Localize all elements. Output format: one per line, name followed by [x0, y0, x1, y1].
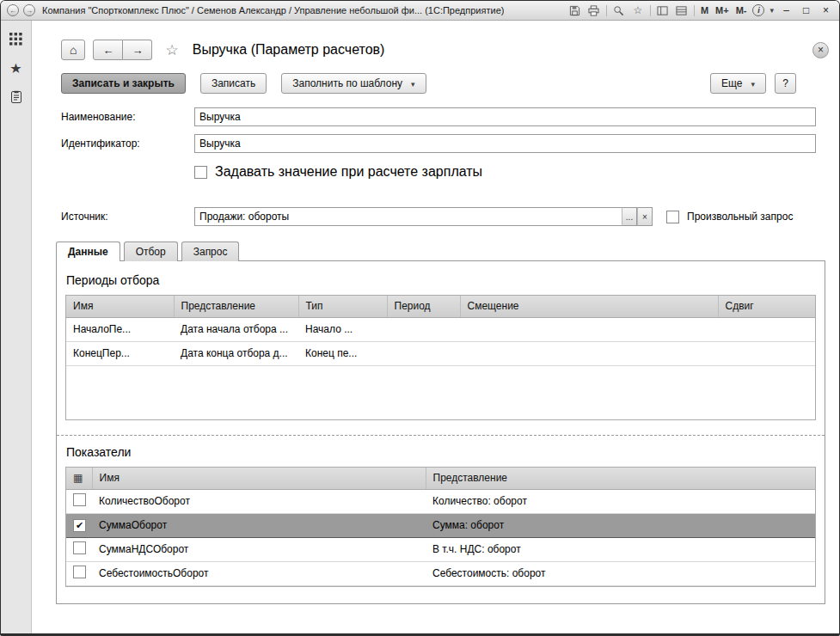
periods-cell[interactable]: [460, 317, 718, 341]
tab-query[interactable]: Запрос: [181, 242, 240, 261]
indicator-checkbox[interactable]: ✔: [73, 493, 86, 506]
salary-value-checkbox-label: Задавать значение при расчете зарплаты: [215, 164, 482, 180]
fill-by-template-button[interactable]: Заполнить по шаблону▾: [281, 73, 426, 94]
tab-data[interactable]: Данные: [56, 242, 120, 261]
periods-cell[interactable]: Дата начала отбора ...: [174, 317, 298, 341]
check-icon: ✔: [76, 521, 83, 530]
indicator-row[interactable]: ✔ СебестоимостьОборот Себестоимость: обо…: [66, 561, 815, 585]
source-input[interactable]: [194, 207, 622, 226]
table-row[interactable]: НачалоПе... Дата начала отбора ... Начал…: [66, 317, 815, 341]
titlebar-separator: [694, 5, 695, 16]
info-icon[interactable]: i: [752, 4, 764, 16]
home-button[interactable]: ⌂: [61, 40, 85, 60]
panels-icon[interactable]: [656, 4, 670, 17]
page-title: Выручка (Параметр расчетов): [193, 42, 385, 58]
titlebar-forward-icon[interactable]: →: [23, 4, 35, 16]
indicator-checkbox[interactable]: ✔: [73, 566, 86, 578]
periods-cell[interactable]: [718, 341, 815, 365]
periods-cell[interactable]: [387, 341, 460, 365]
source-label: Источник:: [61, 211, 194, 223]
titlebar-back-icon[interactable]: ←: [7, 4, 19, 16]
window-close-button[interactable]: ×: [819, 4, 833, 16]
help-button[interactable]: ?: [775, 73, 796, 94]
periods-cell[interactable]: КонецПер...: [66, 341, 174, 365]
source-choose-button[interactable]: ...: [622, 207, 637, 226]
memory-minus-button[interactable]: M-: [735, 5, 748, 15]
periods-col-representation[interactable]: Представление: [174, 296, 298, 317]
indicator-name-cell[interactable]: СуммаНДСОборот: [92, 537, 426, 561]
periods-cell[interactable]: [460, 341, 718, 365]
name-input[interactable]: [194, 107, 816, 126]
favorites-icon[interactable]: ☆: [631, 4, 645, 17]
list-icon[interactable]: [675, 4, 689, 17]
custom-query-checkbox[interactable]: ✔: [666, 211, 679, 223]
periods-cell[interactable]: [387, 317, 460, 341]
tab-filter[interactable]: Отбор: [124, 242, 178, 261]
indicator-row[interactable]: ✔ КоличествоОборот Количество: оборот: [66, 489, 815, 513]
periods-cell[interactable]: Конец пе...: [298, 341, 387, 365]
more-button[interactable]: Еще▾: [710, 73, 766, 94]
periods-col-name[interactable]: Имя: [66, 296, 174, 317]
history-icon[interactable]: [9, 89, 24, 105]
save-button[interactable]: Записать: [200, 73, 267, 94]
indicator-row[interactable]: ✔ СуммаОборот Сумма: оборот: [66, 513, 815, 537]
identifier-label: Идентификатор:: [61, 138, 194, 150]
memory-store-button[interactable]: M: [700, 5, 709, 15]
titlebar-separator: [606, 5, 607, 16]
indicator-name-cell[interactable]: СуммаОборот: [92, 513, 426, 537]
section-divider: [57, 435, 825, 436]
save-icon[interactable]: [568, 4, 582, 17]
fill-by-template-label: Заполнить по шаблону: [292, 77, 402, 89]
salary-value-checkbox[interactable]: ✔: [194, 166, 207, 179]
indicators-table: ▦ Имя Представление ✔ КоличествоОборот К…: [65, 467, 816, 587]
periods-cell[interactable]: НачалоПе...: [66, 317, 174, 341]
preview-icon[interactable]: [612, 4, 626, 17]
select-all-header[interactable]: ▦: [66, 468, 92, 489]
periods-col-shift[interactable]: Сдвиг: [718, 296, 815, 317]
window-minimize-button[interactable]: –: [779, 4, 794, 16]
favorite-toggle-icon[interactable]: ☆: [165, 41, 178, 59]
forward-button[interactable]: →: [123, 40, 152, 60]
periods-section-title: Периоды отбора: [66, 273, 816, 287]
indicator-repr-cell[interactable]: Себестоимость: оборот: [426, 561, 815, 585]
form-close-button[interactable]: ×: [812, 42, 829, 58]
periods-col-offset[interactable]: Смещение: [460, 296, 718, 317]
periods-cell[interactable]: [718, 317, 815, 341]
indicator-repr-cell[interactable]: Сумма: оборот: [426, 513, 815, 537]
chevron-down-icon: ▾: [751, 80, 755, 89]
save-and-close-button[interactable]: Записать и закрыть: [61, 73, 186, 94]
select-all-icon: ▦: [73, 472, 83, 484]
table-row[interactable]: КонецПер... Дата конца отбора д... Конец…: [66, 341, 815, 365]
indicators-header-row: ▦ Имя Представление: [66, 468, 815, 489]
indicator-repr-cell[interactable]: Количество: оборот: [426, 489, 815, 513]
more-label: Еще: [721, 77, 742, 89]
titlebar-dropdown-icon[interactable]: ▾: [769, 6, 774, 15]
nav-group: ← →: [93, 40, 152, 60]
memory-plus-button[interactable]: M+: [714, 5, 730, 15]
back-button[interactable]: ←: [93, 40, 123, 60]
identifier-input[interactable]: [194, 134, 816, 153]
periods-col-period[interactable]: Период: [387, 296, 460, 317]
window-maximize-button[interactable]: □: [799, 4, 813, 16]
favorites-sidebar-icon[interactable]: ★: [9, 60, 24, 76]
custom-query-checkbox-label: Произвольный запрос: [687, 211, 793, 223]
indicators-col-name[interactable]: Имя: [92, 468, 426, 489]
indicator-row[interactable]: ✔ СуммаНДСОборот В т.ч. НДС: оборот: [66, 537, 815, 561]
source-clear-button[interactable]: ×: [637, 207, 653, 226]
form-header: ⌂ ← → ☆ Выручка (Параметр расчетов) ×: [61, 38, 829, 62]
indicator-repr-cell[interactable]: В т.ч. НДС: оборот: [426, 537, 815, 561]
indicator-checkbox[interactable]: ✔: [73, 541, 86, 554]
indicator-checkbox[interactable]: ✔: [73, 519, 86, 532]
print-icon[interactable]: [587, 4, 601, 17]
tab-bar: Данные Отбор Запрос: [56, 241, 825, 260]
indicator-name-cell[interactable]: СебестоимостьОборот: [92, 561, 426, 585]
indicator-name-cell[interactable]: КоличествоОборот: [92, 489, 426, 513]
indicators-col-representation[interactable]: Представление: [426, 468, 815, 489]
periods-col-type[interactable]: Тип: [298, 296, 387, 317]
periods-cell[interactable]: Дата конца отбора д...: [174, 341, 298, 365]
titlebar: ← → Компания "Спорткомплекс Плюс" / Семе…: [1, 1, 839, 21]
app-window: ← → Компания "Спорткомплекс Плюс" / Семе…: [0, 0, 840, 636]
main-menu-icon[interactable]: [9, 31, 24, 46]
periods-cell[interactable]: Начало ...: [298, 317, 387, 341]
tool-sidebar: ★: [1, 21, 32, 633]
